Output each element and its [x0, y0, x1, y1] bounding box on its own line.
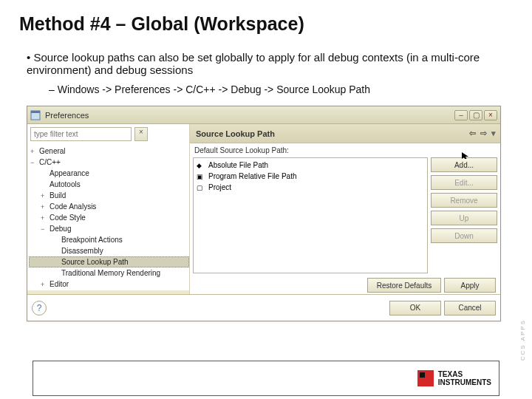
tree-expander-icon[interactable]: + [41, 202, 47, 208]
list-item[interactable]: ▢Project [195, 182, 426, 193]
down-button[interactable]: Down [431, 228, 497, 243]
entry-icon: ◆ [197, 160, 205, 169]
apply-button[interactable]: Apply [444, 278, 496, 293]
menu-icon[interactable]: ▾ [491, 129, 496, 138]
bullet-sub: Windows -> Preferences -> C/C++ -> Debug… [49, 83, 513, 95]
tree-item-label: Code Analysis [50, 202, 96, 211]
entry-label: Program Relative File Path [208, 172, 297, 180]
help-icon[interactable]: ? [32, 301, 47, 316]
default-path-label: Default Source Lookup Path: [190, 143, 500, 154]
page-heading-bar: Source Lookup Path ⇦ ⇨ ▾ [190, 124, 500, 143]
window-title: Preferences [45, 111, 89, 120]
filter-input[interactable] [30, 127, 132, 141]
tree-item[interactable]: File Types [29, 290, 189, 290]
tree-item-label: Traditional Memory Rendering [61, 269, 160, 277]
tree-item-label: Breakpoint Actions [61, 236, 123, 244]
edit-button[interactable]: Edit... [431, 175, 497, 190]
tree-expander-icon[interactable]: + [41, 213, 47, 219]
minimize-button[interactable]: – [454, 110, 468, 120]
tree-item-label: C/C++ [39, 158, 61, 166]
list-item[interactable]: ◆Absolute File Path [195, 160, 426, 171]
cancel-button[interactable]: Cancel [444, 301, 496, 316]
tree-item[interactable]: +Editor [29, 279, 189, 290]
bullet-main: Source lookup paths can also be set glob… [27, 51, 513, 76]
tree-item[interactable]: Breakpoint Actions [29, 234, 189, 245]
tree-item[interactable]: +Code Analysis [29, 201, 189, 212]
up-button[interactable]: Up [431, 211, 497, 225]
tree-expander-icon[interactable]: + [41, 279, 47, 286]
preferences-tree[interactable]: +General−C/C++AppearanceAutotools+Build+… [27, 144, 189, 290]
scrollbar-h[interactable] [27, 290, 189, 294]
tree-item[interactable]: Appearance [29, 168, 189, 179]
entry-label: Absolute File Path [208, 161, 268, 169]
preferences-window: Preferences – ▢ × × +General−C/C++Appear… [27, 106, 501, 321]
tree-item[interactable]: −C/C++ [29, 157, 189, 168]
tree-item-label: Autotools [50, 180, 81, 188]
entry-icon: ▣ [197, 171, 205, 180]
tree-expander-icon[interactable]: − [41, 224, 47, 231]
titlebar[interactable]: Preferences – ▢ × [27, 106, 500, 124]
tree-expander-icon[interactable]: − [30, 157, 37, 164]
svg-rect-1 [31, 111, 40, 113]
ti-logo-text: TEXASINSTRUMENTS [438, 370, 491, 386]
tree-item[interactable]: +Build [29, 190, 189, 201]
tree-item-label: Debug [50, 225, 71, 233]
preferences-nav: × +General−C/C++AppearanceAutotools+Buil… [27, 124, 190, 294]
forward-icon[interactable]: ⇨ [480, 129, 487, 138]
maximize-button[interactable]: ▢ [469, 110, 482, 120]
tree-item[interactable]: −Debug [29, 223, 189, 234]
tree-expander-icon[interactable]: + [41, 191, 47, 197]
ok-button[interactable]: OK [389, 301, 441, 316]
close-button[interactable]: × [484, 110, 497, 120]
side-label: CCS APPS [519, 319, 526, 361]
lookup-list[interactable]: ◆Absolute File Path▣Program Relative Fil… [193, 157, 428, 273]
tree-item[interactable]: Autotools [29, 179, 189, 190]
remove-button[interactable]: Remove [431, 193, 497, 208]
tree-expander-icon[interactable]: + [30, 146, 37, 153]
window-icon [30, 110, 41, 120]
tree-item-label: Disassembly [61, 247, 103, 255]
slide-title: Method #4 – Global (Workspace) [19, 13, 513, 35]
ti-logo-icon [417, 370, 434, 386]
tree-item-label: Editor [50, 280, 69, 288]
restore-defaults-button[interactable]: Restore Defaults [367, 278, 441, 293]
tree-item[interactable]: Traditional Memory Rendering [29, 267, 189, 279]
tree-item-label: Code Style [50, 214, 86, 222]
tree-item[interactable]: +General [29, 146, 189, 157]
add-button[interactable]: Add... [431, 157, 497, 172]
tree-item[interactable]: Source Lookup Path [29, 256, 189, 267]
tree-item[interactable]: +Code Style [29, 212, 189, 223]
tree-item-label: Source Lookup Path [61, 258, 129, 266]
list-item[interactable]: ▣Program Relative File Path [195, 171, 426, 182]
tree-item-label: Build [50, 191, 66, 200]
filter-clear-button[interactable]: × [134, 127, 148, 141]
page-heading: Source Lookup Path [196, 129, 275, 138]
tree-item[interactable]: Disassembly [29, 245, 189, 256]
entry-label: Project [208, 183, 231, 191]
tree-item-label: General [39, 147, 66, 155]
back-icon[interactable]: ⇦ [469, 129, 476, 138]
brand-bar: TEXASINSTRUMENTS [33, 361, 499, 396]
entry-icon: ▢ [197, 183, 205, 191]
tree-item-label: Appearance [50, 169, 89, 177]
